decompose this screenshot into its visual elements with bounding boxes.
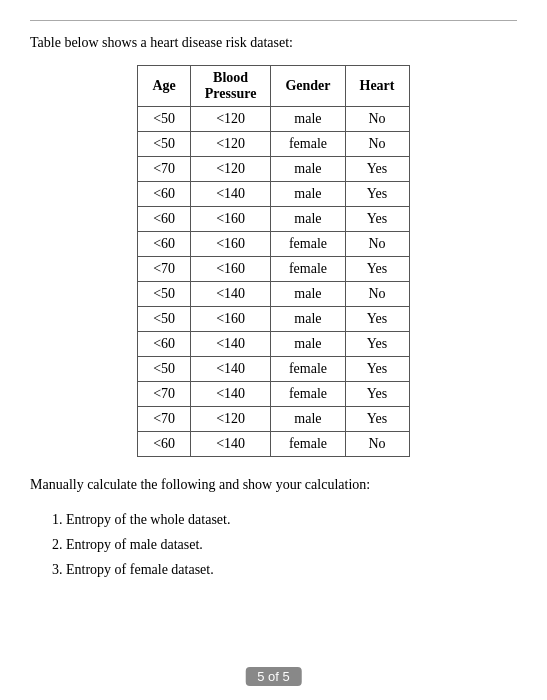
page-indicator: 5 of 5 (245, 667, 302, 686)
col-blood-pressure: BloodPressure (190, 66, 271, 107)
table-cell: Yes (345, 182, 409, 207)
table-cell: Yes (345, 307, 409, 332)
table-cell: <50 (138, 357, 190, 382)
intro-text: Table below shows a heart disease risk d… (30, 35, 517, 51)
table-cell: <60 (138, 232, 190, 257)
table-row: <50<120femaleNo (138, 132, 409, 157)
table-row: <70<120maleYes (138, 407, 409, 432)
table-cell: Yes (345, 357, 409, 382)
table-cell: <120 (190, 157, 271, 182)
question-item-3: Entropy of female dataset. (66, 557, 517, 582)
table-cell: <140 (190, 432, 271, 457)
table-cell: <140 (190, 182, 271, 207)
table-cell: male (271, 282, 345, 307)
table-cell: <140 (190, 332, 271, 357)
table-header-row: Age BloodPressure Gender Heart (138, 66, 409, 107)
col-heart: Heart (345, 66, 409, 107)
table-cell: <50 (138, 132, 190, 157)
table-cell: male (271, 182, 345, 207)
table-cell: male (271, 332, 345, 357)
table-cell: <140 (190, 382, 271, 407)
questions-list: Entropy of the whole dataset.Entropy of … (30, 507, 517, 583)
table-cell: male (271, 307, 345, 332)
table-row: <70<140femaleYes (138, 382, 409, 407)
top-divider (30, 20, 517, 21)
table-cell: <60 (138, 332, 190, 357)
table-cell: female (271, 357, 345, 382)
table-cell: <160 (190, 207, 271, 232)
table-cell: male (271, 107, 345, 132)
calculate-text: Manually calculate the following and sho… (30, 477, 517, 493)
table-cell: Yes (345, 257, 409, 282)
question-item-2: Entropy of male dataset. (66, 532, 517, 557)
table-cell: Yes (345, 207, 409, 232)
table-row: <60<140maleYes (138, 182, 409, 207)
table-row: <50<160maleYes (138, 307, 409, 332)
table-cell: female (271, 382, 345, 407)
question-item-1: Entropy of the whole dataset. (66, 507, 517, 532)
table-row: <60<140maleYes (138, 332, 409, 357)
table-cell: No (345, 282, 409, 307)
table-wrapper: Age BloodPressure Gender Heart <50<120ma… (30, 65, 517, 457)
table-cell: female (271, 232, 345, 257)
table-cell: <120 (190, 107, 271, 132)
table-row: <60<160maleYes (138, 207, 409, 232)
table-cell: <160 (190, 257, 271, 282)
table-row: <50<140femaleYes (138, 357, 409, 382)
table-cell: <140 (190, 357, 271, 382)
table-cell: <140 (190, 282, 271, 307)
table-cell: Yes (345, 157, 409, 182)
table-row: <70<160femaleYes (138, 257, 409, 282)
table-cell: <50 (138, 107, 190, 132)
table-cell: <60 (138, 432, 190, 457)
table-cell: Yes (345, 382, 409, 407)
table-cell: No (345, 232, 409, 257)
table-cell: No (345, 132, 409, 157)
table-cell: No (345, 107, 409, 132)
table-cell: <50 (138, 282, 190, 307)
table-row: <60<160femaleNo (138, 232, 409, 257)
table-cell: <120 (190, 407, 271, 432)
table-cell: male (271, 207, 345, 232)
table-cell: <60 (138, 207, 190, 232)
table-row: <70<120maleYes (138, 157, 409, 182)
table-cell: Yes (345, 332, 409, 357)
table-row: <60<140femaleNo (138, 432, 409, 457)
table-cell: No (345, 432, 409, 457)
table-cell: <160 (190, 232, 271, 257)
table-row: <50<140maleNo (138, 282, 409, 307)
table-row: <50<120maleNo (138, 107, 409, 132)
table-cell: <70 (138, 407, 190, 432)
table-cell: male (271, 157, 345, 182)
table-cell: male (271, 407, 345, 432)
col-age: Age (138, 66, 190, 107)
table-cell: <160 (190, 307, 271, 332)
col-gender: Gender (271, 66, 345, 107)
table-cell: female (271, 257, 345, 282)
table-cell: <50 (138, 307, 190, 332)
table-cell: <120 (190, 132, 271, 157)
table-cell: <70 (138, 157, 190, 182)
heart-disease-table: Age BloodPressure Gender Heart <50<120ma… (137, 65, 409, 457)
table-cell: Yes (345, 407, 409, 432)
table-cell: <70 (138, 382, 190, 407)
table-cell: female (271, 132, 345, 157)
table-cell: female (271, 432, 345, 457)
table-cell: <70 (138, 257, 190, 282)
table-cell: <60 (138, 182, 190, 207)
